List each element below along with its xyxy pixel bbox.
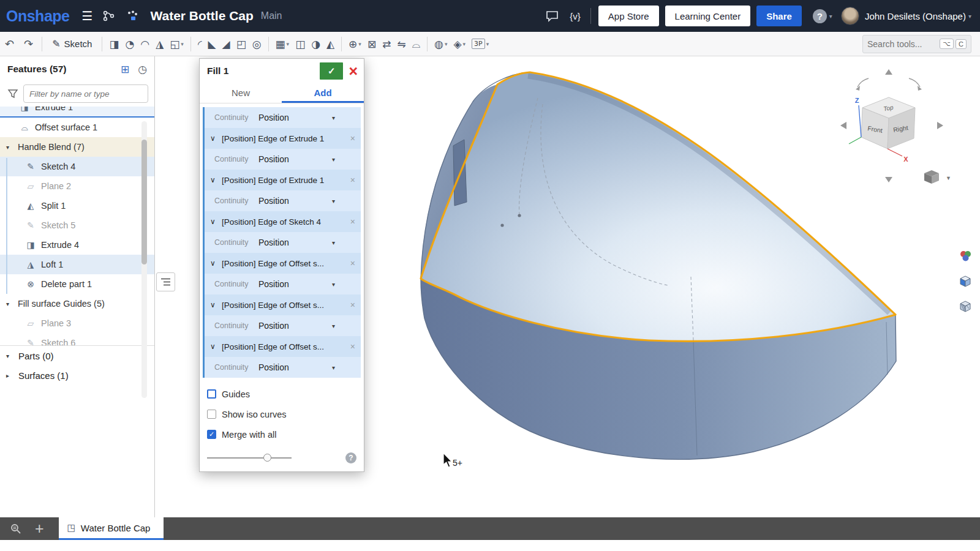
sketch-button[interactable]: ✎ Sketch: [46, 38, 98, 50]
user-menu-caret-icon[interactable]: ▾: [968, 13, 971, 20]
thicken-tool[interactable]: ◱▾: [167, 34, 187, 54]
user-name[interactable]: John Desilets (Onshape): [865, 11, 966, 21]
mirror-tool[interactable]: ◫: [292, 34, 308, 54]
dialog-help-icon[interactable]: ?: [345, 452, 356, 463]
section-parts-0[interactable]: ▾Parts (0): [0, 346, 154, 365]
split-tool[interactable]: ◭: [323, 34, 337, 54]
follow-mode-icon[interactable]: [126, 9, 139, 23]
feature-item-loft-1[interactable]: ◮Loft 1: [0, 255, 154, 274]
loft-tool[interactable]: ◮: [153, 34, 167, 54]
hamburger-menu-icon[interactable]: ☰: [81, 9, 92, 23]
developer-portal-icon[interactable]: {v}: [570, 11, 581, 21]
scrollbar-thumb[interactable]: [141, 140, 147, 264]
undo-button[interactable]: ↶: [0, 37, 19, 50]
move-face-tool[interactable]: ⇄: [379, 34, 394, 54]
tab-new[interactable]: New: [200, 83, 282, 103]
caret-down-icon[interactable]: ▾: [463, 41, 466, 47]
remove-entry-icon[interactable]: ×: [347, 217, 355, 227]
chevron-down-icon[interactable]: ∨: [210, 176, 220, 184]
chamfer-tool[interactable]: ◣: [205, 34, 219, 54]
pattern-display-button[interactable]: [957, 298, 974, 315]
appearance-panel-button[interactable]: [957, 247, 974, 264]
chevron-down-icon[interactable]: ∨: [210, 134, 220, 143]
option-merge-with-all[interactable]: ✓Merge with all: [207, 424, 358, 444]
delete-face-tool[interactable]: ⊠: [364, 34, 379, 54]
caret-down-icon[interactable]: ▾: [332, 281, 335, 288]
remove-entry-icon[interactable]: ×: [347, 133, 355, 143]
share-button[interactable]: Share: [756, 6, 802, 26]
feature-item-fill-surface-guides-5[interactable]: ▾Fill surface Guides (5): [0, 294, 154, 313]
chevron-right-icon[interactable]: ▸: [6, 372, 16, 379]
workspace-name[interactable]: Main: [261, 10, 282, 21]
chevron-down-icon[interactable]: ▾: [6, 144, 15, 151]
linear-pattern-tool[interactable]: ▦▾: [273, 34, 293, 54]
continuity-select[interactable]: ContinuityPosition▾: [205, 357, 361, 378]
continuity-select[interactable]: ContinuityPosition▾: [205, 190, 361, 211]
caret-down-icon[interactable]: ▾: [358, 41, 361, 47]
chevron-down-icon[interactable]: ▾: [6, 353, 16, 359]
transform-tool[interactable]: ⊕▾: [345, 34, 364, 54]
insert-feature-icon[interactable]: ⊞: [121, 63, 129, 75]
continuity-select[interactable]: ContinuityPosition▾: [205, 107, 361, 128]
fillet-tool[interactable]: ◜: [195, 34, 205, 54]
merge-with-all-checkbox[interactable]: ✓: [207, 430, 216, 439]
sweep-tool[interactable]: ◠: [137, 34, 153, 54]
display-states-button[interactable]: [957, 272, 974, 290]
shell-tool[interactable]: ◰: [233, 34, 249, 54]
selected-edge-item[interactable]: ∨[Position] Edge of Offset s...×: [205, 294, 361, 315]
option-guides[interactable]: Guides: [207, 384, 358, 404]
draft-tool[interactable]: ◢: [219, 34, 233, 54]
help-icon[interactable]: ?: [813, 9, 827, 23]
redo-button[interactable]: ↷: [19, 37, 38, 50]
caret-down-icon[interactable]: ▾: [332, 364, 335, 371]
chevron-down-icon[interactable]: ∨: [210, 217, 220, 226]
offset-surface-tool[interactable]: ⌓: [409, 34, 423, 54]
app-store-button[interactable]: App Store: [598, 6, 659, 26]
tab-search-icon[interactable]: [10, 523, 21, 534]
continuity-select[interactable]: ContinuityPosition▾: [205, 232, 361, 253]
remove-entry-icon[interactable]: ×: [347, 300, 355, 310]
user-avatar[interactable]: [841, 7, 859, 25]
search-tools-input[interactable]: [867, 39, 938, 49]
chevron-down-icon[interactable]: ∨: [210, 342, 220, 351]
slider-thumb[interactable]: [263, 454, 271, 462]
remove-entry-icon[interactable]: ×: [347, 342, 355, 351]
section-surfaces-1[interactable]: ▸Surfaces (1): [0, 365, 154, 385]
view-options-caret-icon[interactable]: ▼: [946, 175, 951, 181]
feature-item-handle-blend-7[interactable]: ▾Handle Blend (7): [0, 137, 154, 157]
version-tree-icon[interactable]: [102, 9, 116, 23]
onshape-logo[interactable]: Onshape: [6, 7, 69, 25]
feature-item-offset-surface-1[interactable]: ⌓Offset surface 1: [0, 118, 154, 137]
caret-down-icon[interactable]: ▾: [445, 41, 448, 47]
boundary-surface-tool[interactable]: ◈▾: [450, 34, 469, 54]
feature-list-scrollbar[interactable]: [141, 121, 147, 398]
view-options-cube-icon[interactable]: [924, 170, 939, 184]
view-rotate-arcs[interactable]: [858, 78, 920, 87]
feature-item-sketch-4[interactable]: ✎Sketch 4: [0, 157, 154, 176]
opacity-slider[interactable]: [207, 457, 292, 459]
filter-funnel-icon[interactable]: [7, 88, 18, 99]
selected-edge-item[interactable]: ∨[Position] Edge of Extrude 1×: [205, 128, 361, 149]
feature-item-sketch-6[interactable]: ✎Sketch 6: [0, 333, 154, 345]
view-cube[interactable]: Top Front Right Z X: [840, 69, 951, 184]
continuity-select[interactable]: ContinuityPosition▾: [205, 149, 361, 170]
feature-item-sketch-5[interactable]: ✎Sketch 5: [0, 216, 154, 235]
feature-item-delete-part-1[interactable]: ⊗Delete part 1: [0, 274, 154, 294]
tab-add[interactable]: Add: [282, 83, 364, 103]
comments-icon[interactable]: [545, 9, 560, 23]
show-iso-curves-checkbox[interactable]: [207, 410, 216, 419]
feature-filter-input[interactable]: [23, 84, 148, 103]
caret-down-icon[interactable]: ▾: [287, 41, 290, 47]
feature-item-plane-2[interactable]: ▱Plane 2: [0, 176, 154, 196]
caret-down-icon[interactable]: ▾: [332, 114, 335, 121]
feature-item-split-1[interactable]: ◭Split 1: [0, 196, 154, 216]
selected-edge-item[interactable]: ∨[Position] Edge of Extrude 1×: [205, 170, 361, 190]
fill-surface-tool[interactable]: ◍▾: [431, 34, 450, 54]
named-views-button[interactable]: 3P▾: [469, 34, 492, 54]
replace-face-tool[interactable]: ⇋: [394, 34, 409, 54]
continuity-select[interactable]: ContinuityPosition▾: [205, 315, 361, 336]
caret-down-icon[interactable]: ▾: [332, 239, 335, 246]
boolean-tool[interactable]: ◑: [308, 34, 323, 54]
feature-item-plane-3[interactable]: ▱Plane 3: [0, 313, 154, 333]
feature-item-extrude-4[interactable]: ◨Extrude 4: [0, 235, 154, 255]
